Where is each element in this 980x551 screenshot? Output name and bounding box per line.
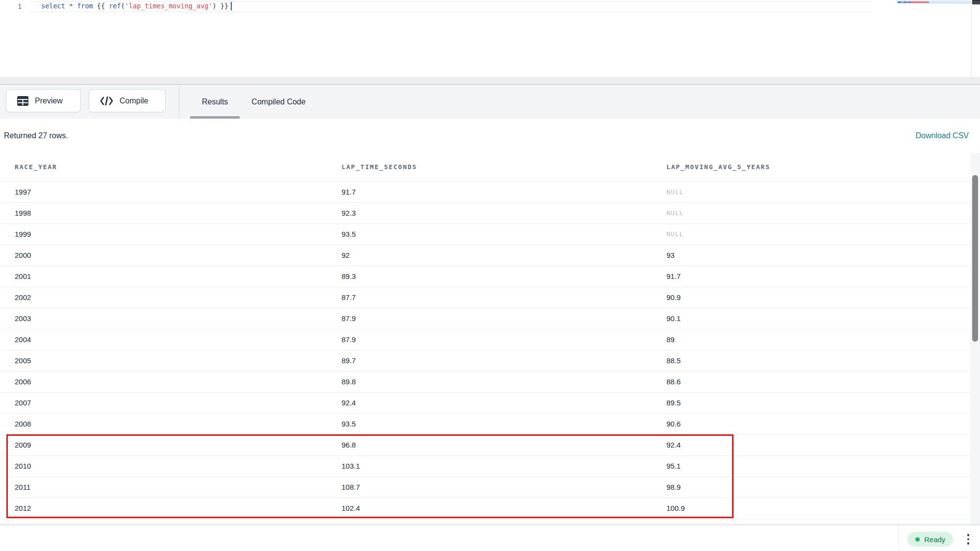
row-count-summary: Returned 27 rows. <box>4 131 68 140</box>
table-cell: NULL <box>652 181 969 202</box>
editor-scrollbar-thumb[interactable] <box>972 0 980 4</box>
tab-results-label: Results <box>202 98 228 106</box>
table-row: 2011108.798.9 <box>0 476 969 498</box>
table-row: 200792.489.5 <box>0 392 969 413</box>
table-row: 200387.990.1 <box>0 308 969 329</box>
tab-results[interactable]: Results <box>190 85 240 119</box>
table-cell: 92.4 <box>327 392 652 413</box>
table-cell: 2003 <box>0 308 327 329</box>
table-cell: 2012 <box>0 498 327 519</box>
table-row: 200487.989 <box>0 329 969 350</box>
table-cell: 92.4 <box>652 434 969 455</box>
table-cell: 89.5 <box>652 392 969 413</box>
table-cell: 2010 <box>0 455 327 476</box>
table-cell: NULL <box>652 202 969 224</box>
table-cell: 90.1 <box>652 308 969 329</box>
table-row: 200996.892.4 <box>0 434 969 455</box>
table-cell: 1999 <box>0 224 327 245</box>
table-cell: 103.1 <box>327 455 652 476</box>
table-row: 200589.788.5 <box>0 350 969 371</box>
compile-button-label: Compile <box>120 97 148 105</box>
status-bar: Ready <box>0 526 980 551</box>
table-cell: 108.7 <box>327 476 652 498</box>
tab-compiled-code[interactable]: Compiled Code <box>240 85 317 119</box>
table-row: 200893.590.6 <box>0 413 969 434</box>
table-cell: 89 <box>652 329 969 350</box>
table-row: 199791.7NULL <box>0 181 969 202</box>
table-cell: 90.9 <box>652 287 969 308</box>
table-cell: 2004 <box>0 329 327 350</box>
column-header-lap-time-seconds: LAP_TIME_SECONDS <box>327 153 652 181</box>
table-cell: 87.9 <box>327 329 652 350</box>
table-cell: 96.8 <box>327 434 652 455</box>
green-status-dot-icon <box>915 537 920 542</box>
table-row: 2012102.4100.9 <box>0 498 969 519</box>
table-scrollbar-thumb[interactable] <box>972 175 978 342</box>
table-cell: 98.9 <box>652 476 969 498</box>
results-header: Returned 27 rows. Download CSV <box>0 119 980 153</box>
table-cell: 2005 <box>0 350 327 371</box>
results-tabs: Results Compiled Code <box>190 85 318 119</box>
table-cell: 88.6 <box>652 371 969 392</box>
ready-status-label: Ready <box>924 535 945 544</box>
table-cell: 2009 <box>0 434 327 455</box>
table-cell: 95.1 <box>652 455 969 476</box>
table-row: 20009293 <box>0 245 969 266</box>
table-cell: 89.3 <box>327 266 652 287</box>
table-cell: 2000 <box>0 245 327 266</box>
preview-button-label: Preview <box>35 97 63 105</box>
table-cell: 89.8 <box>327 371 652 392</box>
table-cell: 2007 <box>0 392 327 413</box>
table-cell: 1997 <box>0 181 327 202</box>
statusbar-divider <box>0 524 980 526</box>
text-cursor <box>231 2 232 10</box>
table-row: 2010103.195.1 <box>0 455 969 476</box>
code-editor[interactable]: 1 select * from {{ ref('lap_times_moving… <box>0 0 980 77</box>
table-cell: NULL <box>652 224 969 245</box>
table-row: 199892.3NULL <box>0 202 969 224</box>
table-row: 200189.391.7 <box>0 266 969 287</box>
ready-status-badge: Ready <box>907 532 953 547</box>
table-cell: 91.7 <box>327 181 652 202</box>
pane-resize-handle[interactable] <box>0 77 980 85</box>
code-brackets-icon <box>100 96 113 106</box>
compile-button[interactable]: Compile <box>89 89 166 112</box>
table-row: 200287.790.9 <box>0 287 969 308</box>
column-header-race-year: RACE_YEAR <box>0 153 327 181</box>
table-cell: 91.7 <box>652 266 969 287</box>
table-row: 199993.5NULL <box>0 224 969 245</box>
table-row: 200689.888.6 <box>0 371 969 392</box>
table-cell: 100.9 <box>652 498 969 519</box>
code-line[interactable]: select * from {{ ref('lap_times_moving_a… <box>41 2 232 11</box>
kebab-menu-icon[interactable] <box>963 532 973 547</box>
table-cell: 87.7 <box>327 287 652 308</box>
table-cell: 93.5 <box>327 413 652 434</box>
code-tokens: select * from {{ ref('lap_times_moving_a… <box>41 2 228 10</box>
statusbar-separator <box>898 526 899 551</box>
download-csv-link[interactable]: Download CSV <box>916 131 969 140</box>
toolbar-divider <box>179 85 179 119</box>
results-table-container: RACE_YEAR LAP_TIME_SECONDS LAP_MOVING_AV… <box>0 153 969 519</box>
table-grid-icon <box>17 96 28 106</box>
table-cell: 90.6 <box>652 413 969 434</box>
table-cell: 102.4 <box>327 498 652 519</box>
results-toolbar: Preview Compile Results Compiled Code <box>0 85 980 119</box>
table-cell: 2002 <box>0 287 327 308</box>
table-cell: 88.5 <box>652 350 969 371</box>
table-cell: 92.3 <box>327 202 652 224</box>
table-cell: 2008 <box>0 413 327 434</box>
column-header-lap-moving-avg-5-years: LAP_MOVING_AVG_5_YEARS <box>652 153 969 181</box>
minimap-active-line <box>897 0 971 4</box>
table-cell: 2011 <box>0 476 327 498</box>
tab-compiled-code-label: Compiled Code <box>251 98 305 106</box>
table-cell: 2001 <box>0 266 327 287</box>
table-cell: 87.9 <box>327 308 652 329</box>
minimap[interactable] <box>897 0 971 77</box>
minimap-divider <box>971 0 972 77</box>
table-cell: 93.5 <box>327 224 652 245</box>
table-cell: 1998 <box>0 202 327 224</box>
table-cell: 93 <box>652 245 969 266</box>
line-number: 1 <box>18 2 22 10</box>
table-cell: 89.7 <box>327 350 652 371</box>
preview-button[interactable]: Preview <box>6 89 81 112</box>
